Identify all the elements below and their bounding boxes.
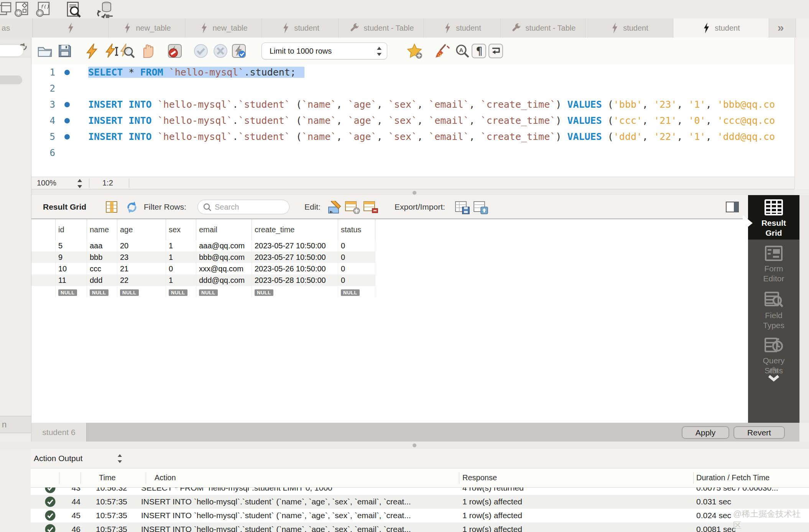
cell-name[interactable]: bbb [87, 251, 117, 263]
grid-new-row[interactable]: NULLNULLNULLNULLNULLNULLNULL [31, 286, 375, 297]
cell-name[interactable]: ccc [87, 263, 117, 274]
find-icon[interactable]: A [454, 43, 470, 59]
explain-icon[interactable] [119, 43, 135, 59]
grid-col-id[interactable]: id [56, 219, 87, 240]
result-output-splitter[interactable] [0, 442, 809, 449]
save-snippet-icon[interactable] [406, 43, 423, 59]
commit-icon[interactable] [193, 43, 209, 59]
cell-sex[interactable]: 0 [166, 263, 196, 274]
autocommit-icon[interactable] [231, 43, 247, 59]
sidebar-item-field-types[interactable]: FieldTypes [748, 291, 799, 330]
row-selector[interactable] [31, 251, 56, 263]
cell-age[interactable]: 23 [117, 251, 166, 263]
cell-email[interactable]: ddd@qq.com [196, 274, 252, 286]
col-response[interactable]: Response [462, 468, 497, 487]
search-input[interactable]: Search [197, 200, 289, 214]
col-duration[interactable]: Duration / Fetch Time [696, 468, 770, 487]
grid-row[interactable]: 9bbb231bbb@qq.com2023-05-27 10:50:000 [31, 251, 375, 263]
col-time[interactable]: Time [99, 468, 116, 487]
cell-sex[interactable]: 1 [166, 274, 196, 286]
editor-result-splitter[interactable] [31, 189, 794, 195]
stop-icon[interactable] [139, 43, 155, 59]
schema-item-fragment[interactable] [0, 76, 22, 84]
row-selector[interactable] [31, 240, 56, 251]
editor-tab-new-table[interactable]: new_table [109, 18, 186, 38]
cell-sex[interactable]: 1 [166, 240, 196, 251]
row-selector[interactable] [31, 274, 56, 286]
cell-status[interactable]: 0 [338, 251, 375, 263]
overlapping-tables-icon[interactable] [0, 2, 13, 17]
cell-sex[interactable]: 1 [166, 251, 196, 263]
import-records-icon[interactable] [473, 201, 488, 215]
cell-id[interactable]: 5 [56, 240, 87, 251]
editor-tab-student[interactable]: student [424, 18, 501, 38]
cell-age[interactable]: 20 [117, 240, 166, 251]
execute-current-icon[interactable] [104, 43, 120, 59]
cell-email[interactable]: aaa@qq.com [196, 240, 252, 251]
rollback-icon[interactable] [212, 43, 229, 59]
cell-status[interactable]: 0 [338, 240, 375, 251]
cell-id[interactable]: 9 [56, 251, 87, 263]
schemas-search-fragment[interactable] [0, 44, 24, 57]
cell-null-age[interactable]: NULL [117, 286, 166, 297]
open-script-icon[interactable] [37, 43, 53, 59]
action-output-row[interactable]: 4410:57:35INSERT INTO `hello-mysql`.`stu… [31, 495, 809, 509]
inspect-document-icon[interactable] [66, 2, 83, 18]
statement-marker-icon[interactable] [64, 70, 70, 75]
cell-create_time[interactable]: 2023-05-26 10:50:00 [252, 263, 338, 274]
grid-row[interactable]: 5aaa201aaa@qq.com2023-05-27 10:50:000 [31, 240, 375, 251]
zoom-stepper-icon[interactable] [77, 179, 83, 189]
grid-col-status[interactable]: status [338, 219, 375, 240]
invisibles-icon[interactable]: ¶ [471, 43, 487, 59]
cell-email[interactable]: bbb@qq.com [196, 251, 252, 263]
cell-create_time[interactable]: 2023-05-28 10:50:00 [252, 274, 338, 286]
editor-tab-new-table[interactable]: new_table [186, 18, 262, 38]
new-model-icon[interactable] [14, 2, 29, 18]
cell-age[interactable]: 22 [117, 274, 166, 286]
column-mode-icon[interactable] [105, 201, 118, 213]
cell-null-id[interactable]: NULL [56, 286, 87, 297]
result-grid[interactable]: idnameagesexemailcreate_timestatus5aaa20… [31, 219, 748, 423]
cell-status[interactable]: 0 [338, 263, 375, 274]
cell-null-sex[interactable]: NULL [166, 286, 196, 297]
execute-icon[interactable] [84, 43, 100, 59]
export-recordset-icon[interactable] [455, 201, 470, 215]
limit-rows-dropdown[interactable]: Limit to 1000 rows [261, 43, 387, 59]
cell-age[interactable]: 21 [117, 263, 166, 274]
beautify-icon[interactable] [434, 43, 450, 59]
edit-record-icon[interactable] [328, 201, 342, 214]
sidebar-item-result-grid[interactable]: ResultGrid [748, 199, 799, 238]
editor-tab-student[interactable]: student [262, 18, 339, 38]
save-script-icon[interactable] [57, 43, 73, 59]
grid-row[interactable]: 10ccc210xxx@qq.com2023-05-26 10:50:000 [31, 263, 375, 274]
stop-on-error-icon[interactable] [167, 43, 183, 59]
grid-row[interactable]: 11ddd221ddd@qq.com2023-05-28 10:50:000 [31, 274, 375, 286]
statement-marker-icon[interactable] [64, 118, 70, 123]
sidebar-item-form-editor[interactable]: FormEditor [748, 245, 799, 284]
sql-editor[interactable]: 1SELECT * FROM `hello-mysql`.student;23I… [31, 64, 794, 177]
editor-tab[interactable] [32, 18, 109, 38]
grid-col-create_time[interactable]: create_time [252, 219, 338, 240]
refresh-icon[interactable] [125, 201, 138, 214]
editor-tab-student[interactable]: student [586, 18, 673, 38]
editor-tab-student-Table[interactable]: student - Table [339, 18, 424, 38]
cell-create_time[interactable]: 2023-05-27 10:50:00 [252, 240, 338, 251]
grid-scroll-rail[interactable] [799, 195, 809, 423]
cell-id[interactable]: 10 [56, 263, 87, 274]
grid-col-name[interactable]: name [87, 219, 117, 240]
grid-col-age[interactable]: age [117, 219, 166, 240]
statement-marker-icon[interactable] [64, 134, 70, 140]
result-tab-student6[interactable]: student 6 [31, 423, 87, 442]
sidebar-item-query-stats[interactable]: QueryStats [748, 337, 799, 376]
revert-button[interactable]: Revert [733, 426, 785, 439]
cell-create_time[interactable]: 2023-05-27 10:50:00 [252, 251, 338, 263]
cell-null-email[interactable]: NULL [196, 286, 252, 297]
cell-name[interactable]: aaa [87, 240, 117, 251]
cell-status[interactable]: 0 [338, 274, 375, 286]
grid-col-email[interactable]: email [196, 219, 252, 240]
editor-tab-student[interactable]: student [673, 18, 769, 38]
action-output-row[interactable]: 4510:57:35INSERT INTO `hello-mysql`.`stu… [31, 509, 809, 522]
apply-button[interactable]: Apply [682, 426, 729, 439]
insert-row-icon[interactable] [345, 201, 360, 214]
panel-layout-toggle-icon[interactable] [726, 202, 739, 212]
